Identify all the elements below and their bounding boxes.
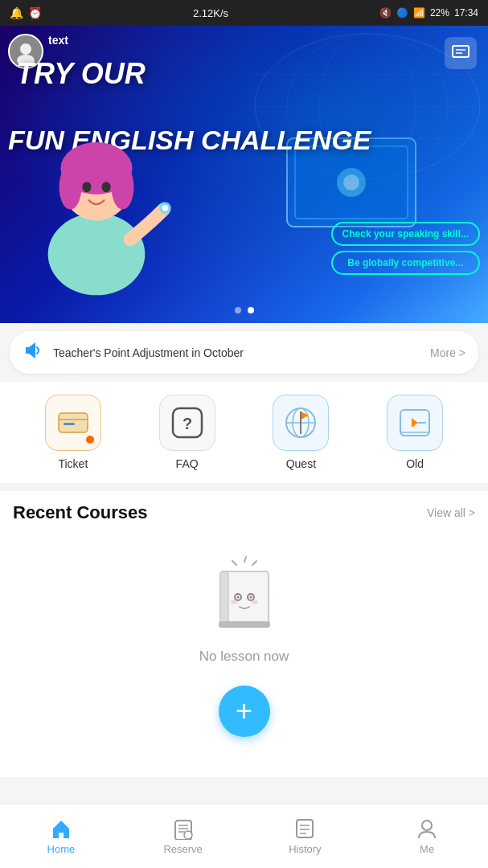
alarm-icon: ⏰	[28, 6, 42, 19]
banner-text-line1: TRY OUR	[16, 58, 146, 90]
speaker-icon	[23, 339, 45, 362]
svg-point-51	[231, 600, 237, 604]
svg-point-24	[162, 205, 168, 211]
svg-point-20	[112, 165, 134, 210]
network-speed: 2.12K/s	[193, 7, 228, 19]
quick-item-faq[interactable]: ? FAQ	[155, 395, 219, 470]
status-bar: 🔔 ⏰ 2.12K/s 🔇 🔵 📶 22% 17:34	[0, 0, 488, 26]
nav-me-label: Me	[420, 843, 434, 855]
speech-bubble-1: Check your speaking skill...	[331, 222, 480, 246]
svg-rect-46	[219, 621, 270, 628]
battery: 22%	[430, 7, 449, 18]
nav-history-label: History	[289, 843, 321, 855]
view-all-button[interactable]: View all >	[427, 506, 475, 519]
plus-icon: +	[236, 697, 252, 726]
avatar-label: text	[48, 34, 68, 47]
svg-line-41	[244, 557, 246, 562]
quick-item-ticket[interactable]: Ticket	[41, 395, 105, 470]
chat-icon	[451, 43, 470, 63]
announcement-bar[interactable]: Teacher's Point Adjustment in October Mo…	[10, 331, 478, 374]
ticket-icon	[57, 408, 89, 437]
svg-point-50	[249, 596, 252, 599]
svg-point-57	[184, 831, 192, 839]
ticket-label: Ticket	[58, 457, 88, 470]
bottom-nav: Home Reserve History Me	[0, 804, 488, 868]
chat-button[interactable]	[445, 37, 477, 69]
svg-point-11	[20, 43, 31, 55]
svg-rect-13	[453, 46, 469, 57]
svg-point-52	[252, 600, 258, 604]
bluetooth-icon: 🔵	[396, 7, 408, 18]
svg-point-19	[59, 165, 82, 210]
faq-icon: ?	[170, 405, 205, 440]
status-right: 🔇 🔵 📶 22% 17:34	[379, 7, 478, 18]
svg-point-16	[48, 213, 146, 295]
speech-bubble-2: Be globally competitive...	[331, 251, 480, 275]
me-icon	[416, 817, 438, 840]
section-title: Recent Courses	[13, 502, 148, 523]
quest-label: Quest	[286, 457, 316, 470]
svg-rect-29	[64, 423, 75, 425]
ticket-icon-box	[45, 395, 101, 451]
nav-me[interactable]: Me	[366, 805, 488, 868]
announce-more[interactable]: More >	[430, 346, 465, 359]
mute-icon: 🔇	[379, 7, 392, 18]
faq-label: FAQ	[176, 457, 199, 470]
svg-marker-38	[412, 418, 418, 428]
notification-icon: 🔔	[10, 6, 23, 19]
quest-icon-box	[273, 395, 329, 451]
dot-2	[248, 307, 254, 313]
svg-marker-26	[29, 342, 35, 358]
banner: text TRY OUR FUN ENGLISH CHALLENGE	[0, 26, 488, 323]
svg-text:?: ?	[182, 415, 192, 432]
nav-reserve[interactable]: Reserve	[122, 805, 244, 868]
time: 17:34	[454, 7, 478, 18]
svg-point-49	[236, 596, 239, 599]
wifi-icon: 📶	[413, 7, 425, 18]
old-icon-box	[387, 395, 443, 451]
old-label: Old	[406, 457, 424, 470]
svg-point-62	[422, 821, 432, 830]
add-lesson-button[interactable]: +	[219, 686, 270, 737]
nav-home-label: Home	[47, 843, 76, 855]
svg-line-43	[232, 561, 236, 565]
announce-icon	[23, 339, 45, 366]
nav-home[interactable]: Home	[0, 805, 122, 868]
svg-line-42	[252, 561, 256, 565]
quick-item-old[interactable]: Old	[383, 395, 447, 470]
character-illustration	[8, 90, 185, 299]
speech-bubbles: Check your speaking skill... Be globally…	[331, 222, 480, 275]
empty-book-icon	[204, 555, 285, 636]
svg-marker-25	[26, 347, 29, 354]
quest-icon	[283, 405, 318, 440]
status-left: 🔔 ⏰	[10, 6, 42, 19]
svg-rect-45	[220, 571, 228, 626]
history-icon	[293, 817, 316, 840]
quick-item-quest[interactable]: Quest	[269, 395, 333, 470]
no-lesson-text: No lesson now	[199, 649, 289, 665]
home-icon	[50, 817, 72, 840]
reserve-icon	[172, 817, 195, 840]
recent-courses-section: Recent Courses View all >	[0, 491, 488, 777]
section-header: Recent Courses View all >	[0, 491, 488, 531]
quick-menu: Ticket ? FAQ Quest	[0, 382, 488, 483]
banner-dots	[235, 307, 254, 313]
nav-history[interactable]: History	[244, 805, 367, 868]
nav-reserve-label: Reserve	[163, 843, 202, 855]
old-icon	[397, 405, 433, 440]
faq-icon-box: ?	[159, 395, 215, 451]
svg-rect-58	[297, 820, 313, 837]
announce-text: Teacher's Point Adjustment in October	[53, 346, 422, 359]
svg-point-21	[82, 182, 91, 192]
empty-course-area: No lesson now +	[0, 531, 488, 777]
svg-marker-35	[301, 411, 309, 420]
ticket-notification-dot	[86, 436, 94, 444]
svg-point-22	[102, 182, 111, 192]
dot-1	[235, 307, 241, 313]
